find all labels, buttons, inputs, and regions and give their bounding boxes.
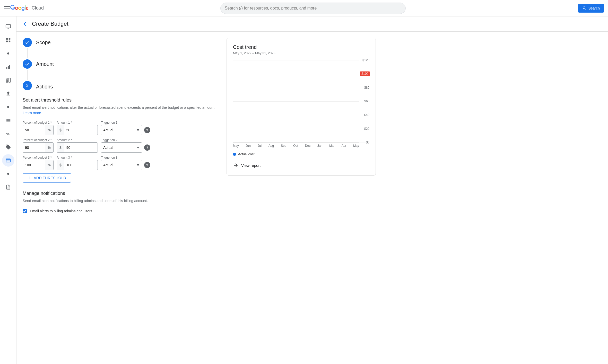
trigger-select-container-1: ActualForecasted ▼ <box>101 125 142 135</box>
amount-input-1[interactable] <box>64 128 98 132</box>
dot3-icon[interactable] <box>2 168 14 180</box>
chart-area: $120$100$80$60$40$20$0$100 <box>233 60 369 142</box>
x-label-10: May <box>353 144 359 148</box>
page-header: Create Budget <box>16 16 608 32</box>
list-icon[interactable] <box>2 114 14 126</box>
trigger-group-3: Trigger on 3 ActualForecasted ▼ ? <box>101 156 150 170</box>
percent-label-2: Percent of budget 2 <box>23 138 54 142</box>
bar-chart-icon[interactable] <box>2 61 14 73</box>
percent-input-wrapper-3: % <box>23 160 54 170</box>
amount-input-2[interactable] <box>64 145 98 150</box>
upload-icon[interactable] <box>2 87 14 100</box>
amount-prefix-1: $ <box>57 125 64 135</box>
amount-group-3: Amount 3 $ <box>57 156 98 170</box>
search-input[interactable] <box>225 6 401 11</box>
step-line-1 <box>27 48 28 58</box>
console-icon[interactable] <box>2 21 14 33</box>
grid-line-5 <box>233 129 359 129</box>
grid-line-4 <box>233 115 359 115</box>
step-line-2 <box>27 70 28 80</box>
trigger-help-1[interactable]: ? <box>144 127 150 133</box>
right-panel: Cost trend May 1, 2022 – May 31, 2023 $1… <box>227 38 376 176</box>
amount-input-3[interactable] <box>64 163 98 167</box>
trigger-select-1[interactable]: ActualForecasted <box>101 128 134 132</box>
step-scope: Scope <box>23 38 218 59</box>
search-bar[interactable] <box>220 3 406 14</box>
page-title: Create Budget <box>32 21 68 27</box>
dot2-icon[interactable] <box>2 101 14 113</box>
email-alerts-checkbox[interactable] <box>23 209 27 213</box>
step-actions-label: Actions <box>36 81 53 91</box>
trigger-arrow-2: ▼ <box>134 145 142 150</box>
left-panel: Scope Amount <box>23 38 218 213</box>
trigger-arrow-3: ▼ <box>134 163 142 167</box>
x-label-1: Jun <box>246 144 251 148</box>
step-scope-circle <box>23 38 32 47</box>
report-icon[interactable] <box>2 181 14 193</box>
trigger-arrow-1: ▼ <box>134 128 142 132</box>
trigger-group-2: Trigger on 2 ActualForecasted ▼ ? <box>101 138 150 153</box>
percent-group-1: Percent of budget 1 % <box>23 121 54 135</box>
billing-icon[interactable] <box>2 154 14 167</box>
trigger-help-2[interactable]: ? <box>144 144 150 151</box>
tag-icon[interactable] <box>2 141 14 153</box>
percent-input-wrapper-1: % <box>23 125 54 135</box>
amount-prefix-3: $ <box>57 160 64 170</box>
topbar: Cloud Search <box>0 0 608 16</box>
menu-icon[interactable] <box>4 6 10 10</box>
budget-line-label: $100 <box>360 71 370 76</box>
amount-group-2: Amount 2 $ <box>57 138 98 153</box>
x-label-6: Dec <box>305 144 310 148</box>
grid-label-5: $20 <box>364 127 369 131</box>
trigger-select-3[interactable]: ActualForecasted <box>101 163 134 167</box>
step-amount-label: Amount <box>36 59 54 69</box>
chart-subtitle: May 1, 2022 – May 31, 2023 <box>233 51 369 55</box>
svg-rect-12 <box>6 80 7 81</box>
trigger-label-1: Trigger on 1 <box>101 121 150 124</box>
cloud-text: Cloud <box>32 5 44 11</box>
amount-group-1: Amount 1 $ <box>57 121 98 135</box>
trigger-help-3[interactable]: ? <box>144 162 150 168</box>
amount-input-wrapper-1: $ <box>57 125 98 135</box>
percent-input-3[interactable] <box>23 163 45 167</box>
budget-dashed-line <box>233 74 359 74</box>
trigger-wrapper-3: ActualForecasted ▼ ? <box>101 160 150 170</box>
learn-more-link[interactable]: Learn more. <box>23 111 42 115</box>
content-area: Scope Amount <box>16 32 608 220</box>
trigger-label-2: Trigger on 2 <box>101 138 150 142</box>
app-layout: % Create Budget <box>0 16 608 220</box>
trigger-wrapper-2: ActualForecasted ▼ ? <box>101 142 150 153</box>
search-button[interactable]: Search <box>578 4 604 13</box>
view-report-button[interactable]: View report <box>233 158 261 169</box>
actions-section: Set alert threshold rules Send email ale… <box>23 97 218 213</box>
chart-title: Cost trend <box>233 44 369 50</box>
percent-icon[interactable]: % <box>2 128 14 140</box>
x-label-3: Aug <box>268 144 274 148</box>
dot1-icon[interactable] <box>2 47 14 60</box>
notifications-section: Manage notifications Send email alert no… <box>23 191 218 213</box>
percent-group-2: Percent of budget 2 % <box>23 138 54 153</box>
svg-rect-0 <box>6 25 10 28</box>
svg-rect-8 <box>6 67 7 69</box>
email-alerts-label: Email alerts to billing admins and users <box>30 209 92 213</box>
amount-prefix-2: $ <box>57 143 64 152</box>
percent-input-1[interactable] <box>23 128 45 132</box>
percent-label-3: Percent of budget 3 <box>23 156 54 159</box>
grid-label-0: $120 <box>362 58 369 62</box>
x-label-5: Oct <box>293 144 298 148</box>
step-scope-label: Scope <box>36 38 51 47</box>
grid-list-icon[interactable] <box>2 74 14 86</box>
sidebar: % <box>0 16 16 220</box>
back-button[interactable] <box>23 21 29 27</box>
x-label-8: Mar <box>329 144 335 148</box>
dashboard-icon[interactable] <box>2 34 14 46</box>
add-threshold-button[interactable]: ADD THRESHOLD <box>23 173 71 183</box>
chart-legend: Actual cost <box>233 152 369 158</box>
svg-rect-3 <box>6 38 7 40</box>
trigger-select-2[interactable]: ActualForecasted <box>101 145 134 150</box>
threshold-rows: Percent of budget 1 % Amount 1 $ Trigger… <box>23 121 218 170</box>
svg-rect-10 <box>9 65 10 69</box>
percent-input-2[interactable] <box>23 145 45 150</box>
amount-input-wrapper-3: $ <box>57 160 98 170</box>
grid-line-0 <box>233 60 359 60</box>
